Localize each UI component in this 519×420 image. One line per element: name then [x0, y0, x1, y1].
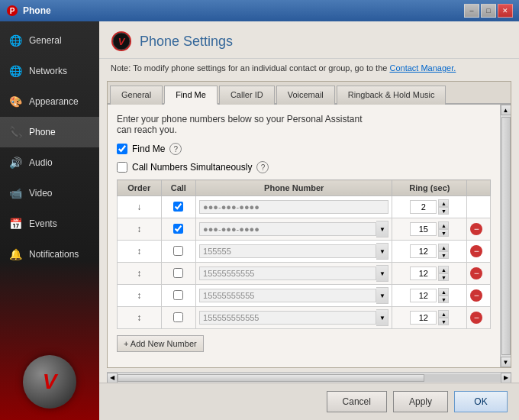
- ring-input[interactable]: [410, 222, 437, 236]
- phone-settings-icon: V: [111, 31, 132, 52]
- tab-callerid[interactable]: Caller ID: [219, 86, 275, 105]
- phone-number-input[interactable]: [199, 200, 388, 214]
- order-cell: ↕: [118, 241, 162, 263]
- sidebar-item-video[interactable]: 📹 Video: [0, 178, 99, 208]
- simultaneous-checkbox[interactable]: [117, 162, 127, 173]
- spin-up-button[interactable]: ▲: [438, 199, 449, 207]
- remove-cell: −: [467, 241, 491, 263]
- table-row: ↓▲▼: [118, 196, 491, 218]
- close-button[interactable]: ✕: [498, 4, 513, 18]
- call-checkbox[interactable]: [173, 312, 183, 322]
- app-icon: P: [6, 5, 18, 17]
- spin-up-button[interactable]: ▲: [438, 310, 449, 318]
- sidebar-item-phone[interactable]: 📞 Phone: [0, 117, 99, 147]
- sidebar-item-notifications[interactable]: 🔔 Notifications: [0, 239, 99, 270]
- spin-down-button[interactable]: ▼: [438, 296, 449, 303]
- spin-up-button[interactable]: ▲: [438, 221, 449, 229]
- col-call: Call: [161, 180, 196, 196]
- spin-down-button[interactable]: ▼: [438, 229, 449, 237]
- order-button[interactable]: ↕: [137, 224, 141, 234]
- ring-input[interactable]: [410, 289, 437, 302]
- scroll-right-button[interactable]: ▶: [501, 373, 511, 383]
- remove-button[interactable]: −: [470, 289, 482, 302]
- ring-cell-wrap: ▲▼: [395, 199, 463, 215]
- spin-down-button[interactable]: ▼: [438, 318, 449, 325]
- remove-button[interactable]: −: [470, 267, 482, 279]
- apply-button[interactable]: Apply: [393, 391, 448, 412]
- simultaneous-help-icon[interactable]: ?: [256, 161, 269, 173]
- phone-number-input[interactable]: [199, 244, 376, 258]
- phone-number-input[interactable]: [199, 311, 376, 325]
- call-checkbox[interactable]: [173, 202, 183, 212]
- ok-button[interactable]: OK: [454, 391, 508, 412]
- minimize-button[interactable]: –: [464, 4, 479, 18]
- scroll-up-button[interactable]: ▲: [501, 105, 511, 115]
- phone-input-wrap: ▼: [199, 265, 388, 282]
- order-button[interactable]: ↕: [137, 312, 141, 323]
- sidebar-item-audio[interactable]: 🔊 Audio: [0, 147, 99, 178]
- sidebar-item-appearance[interactable]: 🎨 Appearance: [0, 86, 99, 117]
- phone-icon: 📞: [8, 124, 23, 140]
- remove-button[interactable]: −: [470, 312, 482, 324]
- spin-up-button[interactable]: ▲: [438, 266, 449, 273]
- sidebar-item-events[interactable]: 📅 Events: [0, 208, 99, 239]
- call-checkbox[interactable]: [173, 268, 183, 278]
- sidebar-item-networks[interactable]: 🌐 Networks: [0, 56, 99, 86]
- spin-up-button[interactable]: ▲: [438, 244, 449, 251]
- call-checkbox[interactable]: [173, 246, 183, 256]
- ring-input[interactable]: [410, 244, 437, 258]
- call-cell: [161, 285, 196, 307]
- ring-cell: ▲▼: [392, 285, 467, 307]
- order-button[interactable]: ↕: [137, 246, 141, 257]
- tab-ringback[interactable]: Ringback & Hold Music: [337, 86, 446, 105]
- contact-manager-link[interactable]: Contact Manager.: [389, 63, 456, 73]
- phone-number-input[interactable]: [199, 267, 376, 280]
- order-button[interactable]: ↕: [137, 268, 141, 279]
- tab-general[interactable]: General: [110, 86, 163, 105]
- phone-dropdown-button[interactable]: ▼: [376, 243, 388, 260]
- tab-voicemail[interactable]: Voicemail: [276, 86, 335, 105]
- order-button[interactable]: ↓: [137, 202, 141, 212]
- phone-cell: [196, 196, 392, 218]
- phone-input-wrap: ▼: [199, 243, 388, 260]
- maximize-button[interactable]: □: [481, 4, 496, 18]
- find-me-help-icon[interactable]: ?: [169, 143, 182, 155]
- right-scrollbar[interactable]: ▲ ▼: [500, 105, 511, 367]
- find-me-row: Find Me ?: [117, 143, 491, 155]
- spin-up-button[interactable]: ▲: [438, 288, 449, 296]
- scroll-thumb-h[interactable]: [118, 374, 424, 382]
- phone-dropdown-button[interactable]: ▼: [376, 287, 388, 304]
- scroll-left-button[interactable]: ◀: [107, 373, 118, 383]
- scroll-thumb[interactable]: [501, 117, 511, 355]
- remove-button[interactable]: −: [470, 245, 482, 257]
- spin-down-button[interactable]: ▼: [438, 251, 449, 259]
- phone-dropdown-button[interactable]: ▼: [376, 221, 388, 237]
- call-checkbox[interactable]: [173, 290, 183, 300]
- phone-number-input[interactable]: [199, 222, 376, 236]
- phone-dropdown-button[interactable]: ▼: [376, 265, 388, 282]
- call-cell: [161, 307, 196, 329]
- phone-cell: ▼: [196, 218, 392, 241]
- phone-table: Order Call Phone Number Ring (sec) ↓▲▼↕▼…: [117, 179, 491, 329]
- ring-input[interactable]: [410, 267, 437, 280]
- order-cell: ↕: [118, 263, 162, 285]
- spin-down-button[interactable]: ▼: [438, 207, 449, 215]
- cancel-button[interactable]: Cancel: [327, 391, 387, 412]
- scroll-down-button[interactable]: ▼: [501, 357, 511, 367]
- phone-number-input[interactable]: [199, 289, 376, 302]
- horizontal-scrollbar[interactable]: ◀ ▶: [107, 372, 511, 383]
- add-number-button[interactable]: + Add New Number: [117, 335, 204, 352]
- find-me-label: Find Me: [132, 144, 165, 154]
- spin-down-button[interactable]: ▼: [438, 273, 449, 281]
- ring-input[interactable]: [410, 311, 437, 325]
- table-row: ↕▼▲▼−: [118, 285, 491, 307]
- sidebar-item-general[interactable]: 🌐 General: [0, 25, 99, 56]
- phone-dropdown-button[interactable]: ▼: [376, 309, 388, 326]
- find-me-checkbox[interactable]: [117, 144, 127, 154]
- order-button[interactable]: ↕: [137, 290, 141, 301]
- ring-input[interactable]: [410, 200, 437, 214]
- events-icon: 📅: [8, 216, 23, 231]
- remove-button[interactable]: −: [470, 223, 482, 235]
- call-checkbox[interactable]: [173, 224, 183, 234]
- tab-findme[interactable]: Find Me: [164, 86, 218, 105]
